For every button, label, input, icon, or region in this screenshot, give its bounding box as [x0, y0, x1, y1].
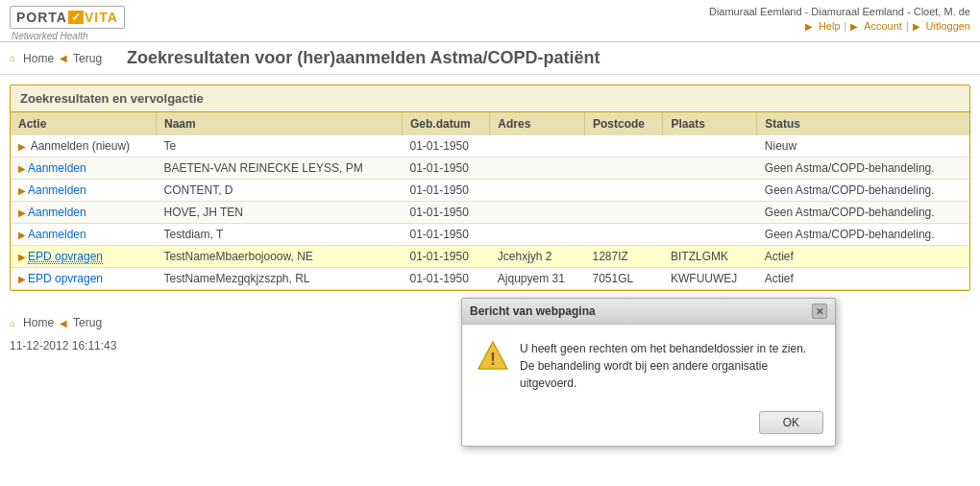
warning-icon: ! [478, 340, 508, 354]
cell-adres [490, 224, 585, 246]
cell-actie: ▶Aanmelden [11, 224, 156, 246]
table-row: ▶ Aanmelden (nieuw)Te01-01-1950Nieuw [11, 135, 969, 158]
cell-actie: ▶EPD opvragen [11, 268, 156, 290]
logo-subtitle: Networked Health [12, 31, 87, 41]
row-triangle-icon: ▶ [18, 252, 26, 262]
cell-status: Geen Astma/COPD-behandeling. [757, 158, 969, 180]
top-nav-links: ▶ Help | ▶ Account | ▶ Uitloggen [709, 20, 970, 32]
cell-status: Actief [757, 246, 969, 268]
table-row: ▶EPD opvragenTestNameMbaerbojooow, NE01-… [11, 246, 969, 268]
table-head: Actie Naam Geb.datum Adres Postcode Plaa… [11, 112, 969, 135]
modal-body: ! U heeft geen rechten om het behandeldo… [462, 325, 835, 354]
logout-triangle-icon: ▶ [913, 21, 920, 32]
cell-geb_datum: 01-01-1950 [402, 135, 489, 158]
logo-porta: PORTA [16, 10, 67, 25]
page-title: Zoekresultaten voor (her)aanmelden Astma… [127, 48, 600, 68]
cell-status: Nieuw [757, 135, 969, 158]
aanmelden-link[interactable]: Aanmelden [28, 183, 86, 197]
cell-status: Geen Astma/COPD-behandeling. [757, 224, 969, 246]
col-gebdatum: Geb.datum [402, 112, 489, 135]
cell-naam: Testdiam, T [156, 224, 402, 246]
cell-naam: CONTENT, D [156, 180, 402, 202]
row-triangle-icon: ▶ [18, 207, 26, 218]
modal-close-button[interactable]: ✕ [812, 304, 827, 319]
row-triangle-icon: ▶ [18, 185, 26, 196]
cell-geb_datum: 01-01-1950 [402, 268, 489, 290]
modal-dialog: Bericht van webpagina ✕ ! U heeft geen r… [461, 298, 836, 354]
bottom-back-link[interactable]: Terug [73, 316, 102, 329]
table-row: ▶EPD opvragenTestNameMezgqkjzszph, RL01-… [11, 268, 969, 290]
modal-titlebar: Bericht van webpagina ✕ [462, 299, 835, 325]
cell-adres [490, 158, 585, 180]
cell-actie: ▶ Aanmelden (nieuw) [11, 135, 156, 158]
logo-vita-check: ✓ [68, 11, 84, 24]
col-postcode: Postcode [585, 112, 663, 135]
cell-postcode [585, 224, 663, 246]
col-naam: Naam [156, 112, 402, 135]
top-right-area: Diamuraal Eemland - Diamuraal Eemland - … [709, 6, 970, 32]
cell-actie: ▶Aanmelden [11, 180, 156, 202]
table-row: ▶AanmeldenBAETEN-VAN REINECKE LEYSS, PM0… [11, 158, 969, 180]
svg-text:!: ! [490, 350, 496, 354]
modal-title: Bericht van webpagina [470, 304, 596, 318]
cell-status: Geen Astma/COPD-behandeling. [757, 180, 969, 202]
table-body: ▶ Aanmelden (nieuw)Te01-01-1950Nieuw▶Aan… [11, 135, 969, 290]
cell-geb_datum: 01-01-1950 [402, 158, 489, 180]
account-link[interactable]: Account [864, 20, 902, 32]
cell-geb_datum: 01-01-1950 [402, 180, 489, 202]
aanmelden-link[interactable]: Aanmelden [28, 161, 86, 175]
help-link[interactable]: Help [819, 20, 841, 32]
cell-geb_datum: 01-01-1950 [402, 202, 489, 224]
table-row: ▶AanmeldenTestdiam, T01-01-1950Geen Astm… [11, 224, 969, 246]
logo-box: PORTA ✓ VITA [10, 6, 125, 29]
cell-postcode: 7051GL [585, 268, 663, 290]
back-link[interactable]: Terug [73, 52, 102, 65]
account-triangle-icon: ▶ [850, 21, 858, 32]
row-triangle-icon: ▶ [18, 274, 26, 284]
cell-naam: TestNameMezgqkjzszph, RL [156, 268, 402, 290]
cell-postcode: 1287IZ [585, 246, 663, 268]
cell-actie: ▶EPD opvragen [11, 246, 156, 268]
table-row: ▶AanmeldenCONTENT, D01-01-1950Geen Astma… [11, 180, 969, 202]
main-content: Zoekresultaten en vervolgactie Actie Naa… [0, 75, 980, 301]
cell-status: Actief [757, 268, 969, 290]
col-adres: Adres [490, 112, 585, 135]
modal-message: U heeft geen rechten om het behandeldoss… [520, 340, 820, 354]
cell-naam: Te [156, 135, 402, 158]
cell-actie: ▶Aanmelden [11, 158, 156, 180]
cell-actie: ▶Aanmelden [11, 202, 156, 224]
cell-postcode [585, 135, 663, 158]
row-triangle-icon: ▶ [18, 230, 26, 240]
results-box: Zoekresultaten en vervolgactie Actie Naa… [10, 85, 970, 291]
table-row: ▶AanmeldenHOVE, JH TEN01-01-1950Geen Ast… [11, 202, 969, 224]
cell-adres: Ajqupyem 31 [490, 268, 585, 290]
cell-plaats [663, 180, 757, 202]
home-link[interactable]: Home [23, 52, 54, 65]
cell-postcode [585, 180, 663, 202]
cell-adres: Jcehxjyh 2 [490, 246, 585, 268]
org-name: Diamuraal Eemland - Diamuraal Eemland - … [709, 6, 970, 17]
home-triangle-icon: ⌂ [10, 53, 15, 63]
bottom-home-icon: ⌂ [10, 318, 15, 328]
actie-new: ▶ Aanmelden (nieuw) [18, 139, 130, 153]
aanmelden-link[interactable]: Aanmelden [28, 228, 86, 241]
cell-plaats [663, 135, 757, 158]
bottom-home-link[interactable]: Home [23, 316, 54, 329]
cell-geb_datum: 01-01-1950 [402, 246, 489, 268]
cell-geb_datum: 01-01-1950 [402, 224, 489, 246]
epd-opvragen-link-highlighted[interactable]: EPD opvragen [28, 250, 103, 264]
col-plaats: Plaats [663, 112, 757, 135]
results-header: Zoekresultaten en vervolgactie [11, 85, 969, 112]
epd-opvragen-link[interactable]: EPD opvragen [28, 272, 103, 285]
aanmelden-link[interactable]: Aanmelden [28, 206, 86, 219]
sub-nav: ⌂ Home ◀ Terug Zoekresultaten voor (her)… [0, 42, 980, 75]
cell-plaats: KWFUUWEJ [663, 268, 757, 290]
cell-naam: TestNameMbaerbojooow, NE [156, 246, 402, 268]
cell-plaats [663, 158, 757, 180]
cell-naam: HOVE, JH TEN [156, 202, 402, 224]
logout-link[interactable]: Uitloggen [926, 20, 970, 32]
help-triangle-icon: ▶ [805, 21, 813, 32]
table-header-row: Actie Naam Geb.datum Adres Postcode Plaa… [11, 112, 969, 135]
top-header: PORTA ✓ VITA Networked Health Diamuraal … [0, 0, 980, 42]
cell-status: Geen Astma/COPD-behandeling. [757, 202, 969, 224]
